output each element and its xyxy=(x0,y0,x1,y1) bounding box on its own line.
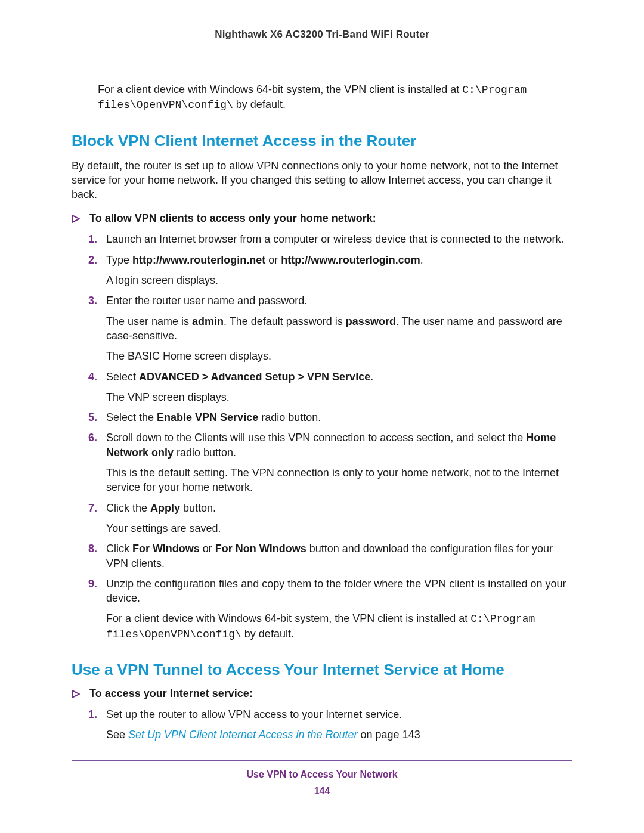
text: Set up the router to allow VPN access to… xyxy=(106,708,402,720)
intro-paragraph: For a client device with Windows 64-bit … xyxy=(98,82,572,113)
procedure-heading-text: To access your Internet service: xyxy=(89,688,253,699)
bold-text: admin xyxy=(192,315,224,327)
step-5: Select the Enable VPN Service radio butt… xyxy=(88,410,572,425)
procedure-heading-text: To allow VPN clients to access only your… xyxy=(89,212,376,224)
bold-text: password xyxy=(346,315,396,327)
footer-divider xyxy=(72,760,572,761)
footer-chapter-title: Use VPN to Access Your Network xyxy=(72,769,572,780)
procedure-steps: Launch an Internet browser from a comput… xyxy=(88,232,572,642)
step-8: Click For Windows or For Non Windows but… xyxy=(88,541,572,571)
step-note: Your settings are saved. xyxy=(106,521,572,535)
text: . xyxy=(420,254,423,266)
text: Select the xyxy=(106,411,157,423)
page-footer: Use VPN to Access Your Network 144 xyxy=(72,769,572,797)
text: Select xyxy=(106,371,139,383)
step-6: Scroll down to the Clients will use this… xyxy=(88,431,572,494)
triangle-bullet-icon xyxy=(72,215,80,223)
section-heading-block-vpn: Block VPN Client Internet Access in the … xyxy=(72,132,572,150)
bold-text: http://www.routerlogin.net xyxy=(132,254,265,266)
text: by default. xyxy=(233,98,286,110)
text: by default. xyxy=(242,628,294,640)
procedure-heading: To access your Internet service: xyxy=(72,688,572,700)
bold-text: For Non Windows xyxy=(215,543,306,555)
step-note: The user name is admin. The default pass… xyxy=(106,314,572,343)
step-note: For a client device with Windows 64-bit … xyxy=(106,611,572,642)
step-7: Click the Apply button. Your settings ar… xyxy=(88,501,572,536)
text: or xyxy=(200,543,215,555)
step-3: Enter the router user name and password.… xyxy=(88,293,572,363)
section-heading-vpn-tunnel: Use a VPN Tunnel to Access Your Internet… xyxy=(72,661,572,679)
bold-text: http://www.routerlogin.com xyxy=(281,254,420,266)
text: radio button. xyxy=(258,411,321,423)
step-note: The VNP screen displays. xyxy=(106,390,572,404)
procedure-steps: Set up the router to allow VPN access to… xyxy=(88,707,572,742)
step-4: Select ADVANCED > Advanced Setup > VPN S… xyxy=(88,370,572,405)
step-note: See Set Up VPN Client Internet Access in… xyxy=(106,727,572,742)
text: Enter the router user name and password. xyxy=(106,295,307,306)
text: . xyxy=(370,371,373,383)
text: For a client device with Windows 64-bit … xyxy=(106,612,470,624)
step-note: This is the default setting. The VPN con… xyxy=(106,466,572,495)
step-note: The BASIC Home screen displays. xyxy=(106,349,572,363)
text: Scroll down to the Clients will use this… xyxy=(106,432,526,444)
doc-title: Nighthawk X6 AC3200 Tri-Band WiFi Router xyxy=(72,29,572,41)
page-number: 144 xyxy=(72,786,572,797)
text: Click the xyxy=(106,502,150,514)
step-1: Set up the router to allow VPN access to… xyxy=(88,707,572,742)
text: The user name is xyxy=(106,315,192,327)
procedure-heading: To allow VPN clients to access only your… xyxy=(72,212,572,225)
step-1: Launch an Internet browser from a comput… xyxy=(88,232,572,246)
text: Launch an Internet browser from a comput… xyxy=(106,233,564,245)
svg-marker-0 xyxy=(72,215,79,222)
text: For a client device with Windows 64-bit … xyxy=(98,83,462,95)
section-description: By default, the router is set up to allo… xyxy=(72,159,572,202)
step-note: A login screen displays. xyxy=(106,273,572,287)
text: radio button. xyxy=(174,447,236,459)
text: button. xyxy=(180,502,216,514)
text: on page 143 xyxy=(358,729,420,741)
text: Type xyxy=(106,254,132,266)
svg-marker-1 xyxy=(72,690,79,698)
bold-text: ADVANCED > Advanced Setup > VPN Service xyxy=(139,371,370,383)
text: Unzip the configuration files and copy t… xyxy=(106,578,566,604)
text: or xyxy=(265,254,281,266)
step-2: Type http://www.routerlogin.net or http:… xyxy=(88,253,572,288)
bold-text: Enable VPN Service xyxy=(157,411,258,423)
text: . The default password is xyxy=(224,315,346,327)
document-page: Nighthawk X6 AC3200 Tri-Band WiFi Router… xyxy=(0,0,644,833)
triangle-bullet-icon xyxy=(72,690,80,698)
text: See xyxy=(106,729,128,741)
step-9: Unzip the configuration files and copy t… xyxy=(88,577,572,642)
bold-text: Apply xyxy=(150,502,180,514)
cross-reference-link[interactable]: Set Up VPN Client Internet Access in the… xyxy=(128,729,358,741)
text: Click xyxy=(106,543,132,555)
bold-text: For Windows xyxy=(132,543,200,555)
